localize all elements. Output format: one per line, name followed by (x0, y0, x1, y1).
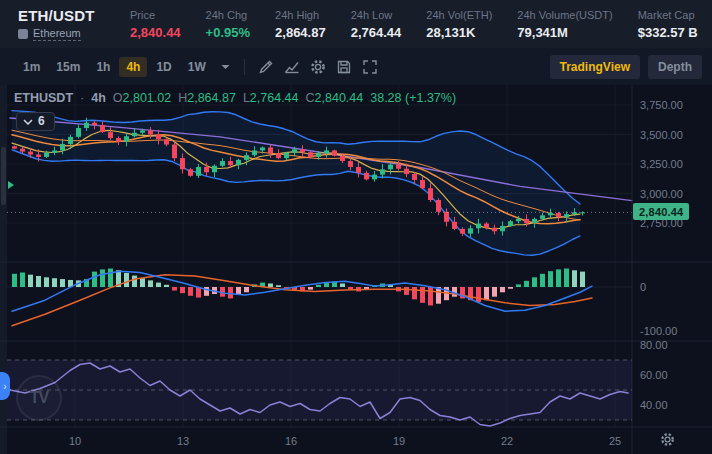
svg-text:19: 19 (393, 435, 405, 447)
svg-text:3,500.00: 3,500.00 (640, 129, 683, 141)
panel-expand-handle[interactable]: › (0, 372, 10, 400)
svg-text:3,750.00: 3,750.00 (640, 99, 683, 111)
chevron-down-icon (23, 119, 33, 125)
stat-value: $332.57 B (638, 25, 698, 40)
svg-text:80.00: 80.00 (640, 339, 668, 351)
price-chart-canvas[interactable]: 3,750.003,500.003,250.003,000.002,750.00… (0, 85, 712, 454)
caret-down-icon (221, 64, 230, 70)
coin-logo-icon (18, 29, 28, 39)
stat-value: 2,764.44 (351, 25, 402, 40)
save-icon (336, 59, 352, 75)
line-chart-icon (284, 59, 300, 75)
depth-tab[interactable]: Depth (648, 55, 702, 79)
indicators-collapse-badge[interactable]: 6 (16, 112, 55, 131)
timeframe-group: 1m15m1h4h1D1W (16, 57, 215, 77)
stat-value: 28,131K (426, 25, 492, 40)
market-stat: 24h Volume(USDT) 79,341M (517, 9, 612, 40)
timeframe-1h-button[interactable]: 1h (89, 57, 117, 77)
stat-value: +0.95% (206, 25, 250, 40)
svg-text:3,000.00: 3,000.00 (640, 188, 683, 200)
chart-mode-switch: TradingView Depth (550, 55, 702, 79)
chart-area: 3,750.003,500.003,250.003,000.002,750.00… (0, 85, 712, 454)
stat-label: Price (130, 9, 181, 21)
chart-toolbar: 1m15m1h4h1D1W TradingView Depth (0, 48, 712, 85)
pair-block: ETH/USDT Ethereum (18, 7, 104, 41)
stat-label: 24h Low (351, 9, 402, 21)
indicator-count: 6 (38, 114, 45, 128)
timeframe-1m-button[interactable]: 1m (16, 57, 47, 77)
fullscreen-button[interactable] (357, 55, 383, 79)
timeframe-15m-button[interactable]: 15m (49, 57, 87, 77)
market-stat: Price 2,840.44 (130, 9, 181, 40)
market-stats-bar: ETH/USDT Ethereum Price 2,840.44 24h Chg… (0, 0, 712, 48)
gear-icon (310, 59, 326, 75)
fullscreen-icon (362, 59, 378, 75)
timeframe-1D-button[interactable]: 1D (149, 57, 178, 77)
stat-label: 24h High (275, 9, 326, 21)
more-intervals-button[interactable] (215, 61, 236, 73)
svg-text:3,250.00: 3,250.00 (640, 158, 683, 170)
svg-text:25: 25 (609, 435, 621, 447)
tradingview-tab[interactable]: TradingView (550, 55, 640, 79)
svg-text:16: 16 (285, 435, 297, 447)
svg-text:0: 0 (640, 281, 646, 293)
market-stat: 24h High 2,864.87 (275, 9, 326, 40)
stat-label: 24h Volume(USDT) (517, 9, 612, 21)
svg-text:-100.00: -100.00 (640, 325, 677, 337)
svg-text:60.00: 60.00 (640, 369, 668, 381)
svg-text:40.00: 40.00 (640, 399, 668, 411)
svg-text:22: 22 (501, 435, 513, 447)
coin-name-link[interactable]: Ethereum (33, 27, 81, 41)
indicators-button[interactable] (279, 55, 305, 79)
gear-icon (660, 432, 675, 447)
stat-value: 2,840.44 (130, 25, 181, 40)
last-price-tag: 2,840.44 (633, 203, 689, 220)
stat-label: Market Cap (638, 9, 698, 21)
market-stat: 24h Chg +0.95% (206, 9, 250, 40)
stat-label: 24h Vol(ETH) (426, 9, 492, 21)
chart-settings-button[interactable] (305, 55, 331, 79)
timeframe-4h-button[interactable]: 4h (119, 57, 147, 77)
tradingview-watermark: TV (16, 375, 62, 421)
market-stats: Price 2,840.44 24h Chg +0.95% 24h High 2… (130, 9, 712, 40)
save-chart-button[interactable] (331, 55, 357, 79)
toolbar-divider (244, 59, 245, 75)
timezone-settings-button[interactable] (660, 432, 675, 451)
market-stat: 24h Low 2,764.44 (351, 9, 402, 40)
pair-symbol: ETH/USDT (18, 7, 104, 24)
stat-label: 24h Chg (206, 9, 250, 21)
svg-text:10: 10 (69, 435, 81, 447)
pencil-icon (258, 59, 274, 75)
svg-text:13: 13 (177, 435, 189, 447)
stat-value: 2,864.87 (275, 25, 326, 40)
market-stat: Market Cap $332.57 B (638, 9, 698, 40)
draw-tool-button[interactable] (253, 55, 279, 79)
trading-app: { "header": { "pair": "ETH/USDT", "coin_… (0, 0, 712, 454)
timeframe-1W-button[interactable]: 1W (181, 57, 213, 77)
stat-value: 79,341M (517, 25, 612, 40)
market-stat: 24h Vol(ETH) 28,131K (426, 9, 492, 40)
